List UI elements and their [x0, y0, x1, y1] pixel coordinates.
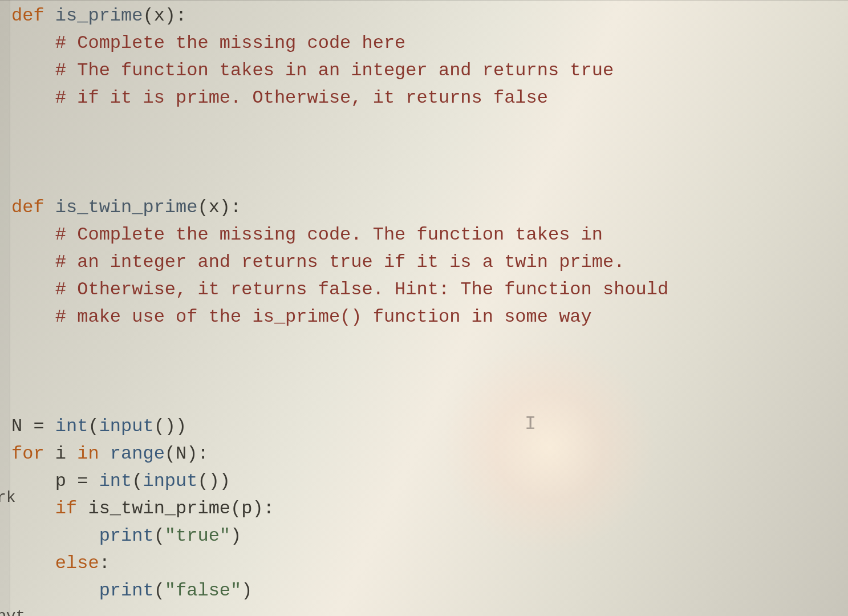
- code-line[interactable]: # Complete the missing code here: [11, 30, 843, 57]
- window-top-edge: [0, 0, 848, 1]
- code-token: input: [99, 416, 154, 437]
- code-token: int: [99, 471, 132, 492]
- code-line[interactable]: # an integer and returns true if it is a…: [11, 249, 843, 276]
- code-token: :: [99, 553, 110, 574]
- code-token: int: [55, 416, 88, 437]
- code-token: is_prime: [55, 5, 143, 26]
- code-token: [11, 279, 55, 300]
- code-token: [11, 224, 55, 245]
- code-token: in: [77, 443, 110, 464]
- code-token: (N):: [165, 443, 209, 464]
- code-token: (x):: [197, 197, 241, 218]
- code-line[interactable]: print("false"): [11, 577, 843, 605]
- code-token: (: [132, 471, 143, 492]
- code-token: ()): [197, 471, 230, 492]
- code-line[interactable]: # if it is prime. Otherwise, it returns …: [11, 84, 843, 112]
- code-token: [11, 60, 55, 81]
- code-token: # Complete the missing code. The functio…: [55, 224, 603, 245]
- code-token: [11, 498, 55, 519]
- code-line[interactable]: def is_twin_prime(x):: [11, 194, 843, 221]
- code-token: range: [110, 443, 165, 464]
- code-token: "false": [165, 580, 241, 601]
- code-token: (: [88, 416, 99, 437]
- code-line[interactable]: def is_prime(x):: [11, 2, 843, 30]
- code-token: # make use of the is_prime() function in…: [55, 306, 592, 327]
- code-token: print: [99, 525, 154, 546]
- code-token: ): [241, 580, 252, 601]
- code-token: [11, 87, 55, 108]
- code-token: [11, 580, 99, 601]
- code-line[interactable]: # The function takes in an integer and r…: [11, 57, 843, 84]
- code-line[interactable]: [11, 112, 843, 139]
- code-token: "true": [165, 525, 230, 546]
- code-token: ()): [154, 416, 187, 437]
- code-token: ): [230, 525, 241, 546]
- code-token: input: [143, 471, 197, 492]
- code-token: [11, 525, 99, 546]
- code-token: if: [55, 498, 88, 519]
- code-line[interactable]: [11, 167, 843, 194]
- code-token: p =: [11, 471, 99, 492]
- code-line[interactable]: N = int(input()): [11, 413, 843, 440]
- code-token: for: [11, 443, 55, 464]
- code-token: N =: [11, 416, 55, 437]
- text-cursor-icon: I: [525, 410, 536, 439]
- code-line[interactable]: for i in range(N):: [11, 440, 843, 468]
- code-token: is_twin_prime(p):: [88, 498, 274, 519]
- code-token: (x):: [143, 5, 186, 26]
- code-token: (: [154, 580, 165, 601]
- code-line[interactable]: print("true"): [11, 522, 843, 550]
- code-token: [11, 553, 55, 574]
- code-token: (: [154, 525, 165, 546]
- code-line[interactable]: [11, 386, 843, 413]
- code-token: [11, 252, 55, 273]
- code-token: # an integer and returns true if it is a…: [55, 252, 625, 273]
- code-editor[interactable]: def is_prime(x): # Complete the missing …: [11, 2, 843, 616]
- code-token: # if it is prime. Otherwise, it returns …: [55, 87, 548, 108]
- code-token: print: [99, 580, 154, 601]
- code-token: else: [55, 553, 99, 574]
- code-line[interactable]: [11, 358, 843, 386]
- code-line[interactable]: # Otherwise, it returns false. Hint: The…: [11, 276, 843, 303]
- code-token: # Complete the missing code here: [55, 33, 406, 54]
- code-line[interactable]: else:: [11, 550, 843, 577]
- code-line[interactable]: # Complete the missing code. The functio…: [11, 221, 843, 249]
- code-line[interactable]: if is_twin_prime(p):: [11, 495, 843, 522]
- code-line[interactable]: # make use of the is_prime() function in…: [11, 303, 843, 331]
- code-line[interactable]: [11, 331, 843, 358]
- code-token: i: [55, 443, 77, 464]
- code-token: def: [11, 197, 55, 218]
- code-token: # The function takes in an integer and r…: [55, 60, 614, 81]
- code-line[interactable]: [11, 139, 843, 167]
- code-token: [11, 33, 55, 54]
- code-token: [11, 306, 55, 327]
- code-token: is_twin_prime: [55, 197, 198, 218]
- code-token: # Otherwise, it returns false. Hint: The…: [55, 279, 668, 300]
- code-line[interactable]: p = int(input()): [11, 468, 843, 495]
- code-token: def: [11, 5, 55, 26]
